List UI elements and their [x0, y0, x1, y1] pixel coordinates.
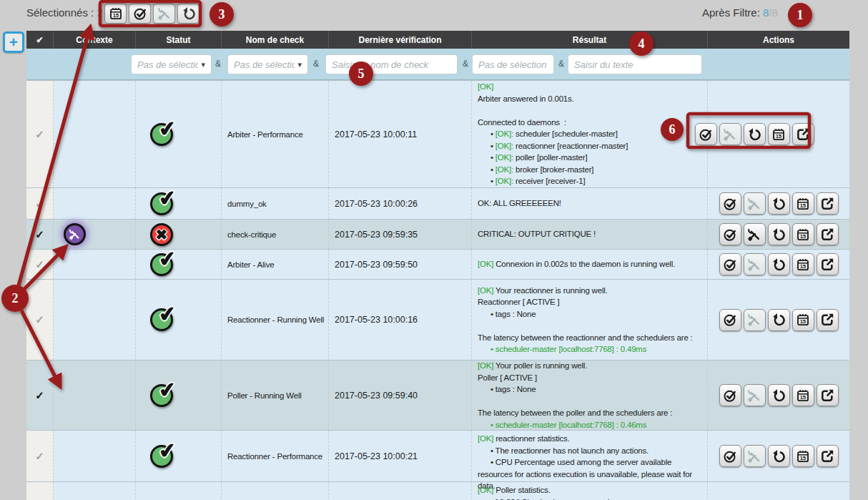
check-circle-icon	[723, 313, 737, 327]
filter-contexte-placeholder: Pas de sélection	[137, 59, 198, 70]
downtime-button[interactable]	[792, 192, 814, 215]
undo-icon	[771, 449, 786, 464]
last-check-time: 2017-05-23 10:00:11	[329, 81, 472, 187]
check-icon: ✔	[157, 301, 177, 327]
check-circle-icon	[723, 388, 737, 403]
downtime-button[interactable]	[792, 253, 814, 275]
check-icon: ✔	[157, 376, 177, 402]
undo-button[interactable]	[768, 384, 790, 406]
fix-button[interactable]	[744, 192, 766, 215]
selected-count: 2	[97, 6, 102, 19]
fix-button[interactable]	[744, 223, 766, 245]
header-contexte[interactable]: Contexte	[54, 31, 136, 49]
annotation-number: 3	[219, 7, 225, 21]
recheck-button[interactable]	[719, 384, 741, 406]
table-row: ✓ ✔ Reactionner - Running Well 2017-05-2…	[26, 279, 849, 360]
export-button[interactable]	[817, 223, 839, 245]
actions-cell	[708, 361, 849, 430]
filter-statut-select[interactable]: Pas de sélection ▾	[227, 54, 308, 74]
check-circle-icon	[723, 258, 737, 272]
row-select-checkbox[interactable]: ✓	[26, 280, 54, 360]
undo-button[interactable]	[768, 253, 790, 275]
recheck-button[interactable]	[719, 309, 741, 331]
status-ok-icon: ✔	[150, 253, 173, 276]
filter-date-input[interactable]	[472, 54, 554, 74]
header-derniere-verification[interactable]: Dernière vérification	[329, 31, 472, 49]
row-select-checkbox[interactable]: ✓	[26, 361, 54, 430]
row-select-checkbox[interactable]: ✓	[26, 250, 54, 279]
row-select-checkbox[interactable]: ✓	[26, 431, 54, 481]
undo-button[interactable]	[768, 192, 790, 215]
context-tools-icon	[64, 223, 86, 245]
fix-button[interactable]	[744, 384, 766, 406]
header-actions[interactable]: Actions	[708, 31, 849, 49]
undo-button[interactable]	[744, 123, 766, 145]
recheck-button[interactable]	[719, 253, 741, 275]
check-icon: ✔	[157, 437, 177, 463]
status-ok-icon: ✔	[150, 123, 173, 146]
check-icon: ✔	[157, 115, 177, 141]
check-circle-icon	[723, 227, 737, 242]
annotation-number: 1	[797, 8, 804, 22]
recheck-button[interactable]	[719, 192, 741, 215]
filter-contexte-select[interactable]: Pas de sélection ▾	[131, 54, 212, 74]
context-cell	[54, 81, 136, 187]
fix-button[interactable]	[744, 253, 766, 275]
row-select-checkbox[interactable]	[26, 482, 54, 500]
recheck-button[interactable]	[719, 445, 741, 467]
result-text: [OK]Arbiter answered in 0.001s. Connecte…	[472, 81, 708, 187]
export-button[interactable]	[817, 253, 839, 275]
downtime-button[interactable]	[792, 445, 814, 467]
export-icon	[820, 313, 834, 327]
header-select-all[interactable]: ✔	[26, 31, 54, 49]
export-button[interactable]	[792, 123, 814, 145]
undo-icon	[182, 6, 196, 21]
downtime-button[interactable]	[792, 223, 814, 245]
header-resultat[interactable]: Résultat	[472, 31, 708, 49]
checks-table: ✔ Contexte Statut Nom de check Dernière …	[26, 31, 849, 500]
filter-result-input[interactable]	[568, 54, 702, 74]
recheck-button[interactable]	[719, 223, 741, 245]
bulk-fix-button[interactable]	[153, 4, 175, 24]
row-select-checkbox[interactable]: ✓	[26, 188, 54, 219]
add-check-button[interactable]: +	[3, 31, 24, 53]
chevron-down-icon: ▾	[201, 60, 205, 69]
row-select-checkbox[interactable]: ✓	[26, 220, 54, 249]
fix-button[interactable]	[744, 309, 766, 331]
status-cell: ✔	[136, 188, 222, 219]
undo-button[interactable]	[768, 445, 790, 467]
fix-button[interactable]	[744, 445, 766, 467]
filter-name-input[interactable]	[325, 54, 458, 74]
bulk-recheck-button[interactable]	[129, 4, 151, 24]
header-nom-de-check[interactable]: Nom de check	[222, 31, 329, 49]
downtime-button[interactable]	[792, 309, 814, 331]
status-cell: ✔	[136, 81, 222, 187]
bulk-undo-button[interactable]	[177, 4, 199, 24]
calendar-15-icon	[796, 449, 810, 464]
header-statut[interactable]: Statut	[136, 31, 222, 49]
result-text: [OK] Your reactionner is running well.Re…	[472, 280, 708, 360]
check-icon: ✓	[35, 389, 44, 402]
check-name: Arbiter - Alive	[222, 250, 329, 279]
table-row: [OK] Poller statistics. • [ 0.22 ] Check…	[26, 481, 849, 500]
export-button[interactable]	[817, 445, 839, 467]
downtime-button[interactable]	[792, 384, 814, 406]
undo-button[interactable]	[768, 309, 790, 331]
check-name: Reactionner - Performance	[222, 431, 329, 481]
export-button[interactable]	[817, 192, 839, 215]
bulk-downtime-button[interactable]	[104, 4, 127, 24]
x-icon: ✖	[152, 226, 171, 243]
row-select-checkbox[interactable]: ✓	[26, 81, 54, 187]
result-text: CRITICAL: OUTPUT CRITIQUE !	[472, 220, 708, 249]
table-row: ✓ ✔ Arbiter - Alive 2017-05-23 09:59:50 …	[26, 249, 849, 279]
fix-button[interactable]	[719, 123, 741, 145]
recheck-button[interactable]	[695, 123, 717, 145]
undo-button[interactable]	[768, 223, 790, 245]
export-icon	[820, 227, 834, 242]
undo-icon	[771, 388, 786, 403]
status-critical-icon: ✖	[150, 223, 173, 246]
export-button[interactable]	[817, 309, 839, 331]
actions-cell	[708, 280, 849, 360]
export-button[interactable]	[817, 384, 839, 406]
downtime-button[interactable]	[768, 123, 790, 145]
